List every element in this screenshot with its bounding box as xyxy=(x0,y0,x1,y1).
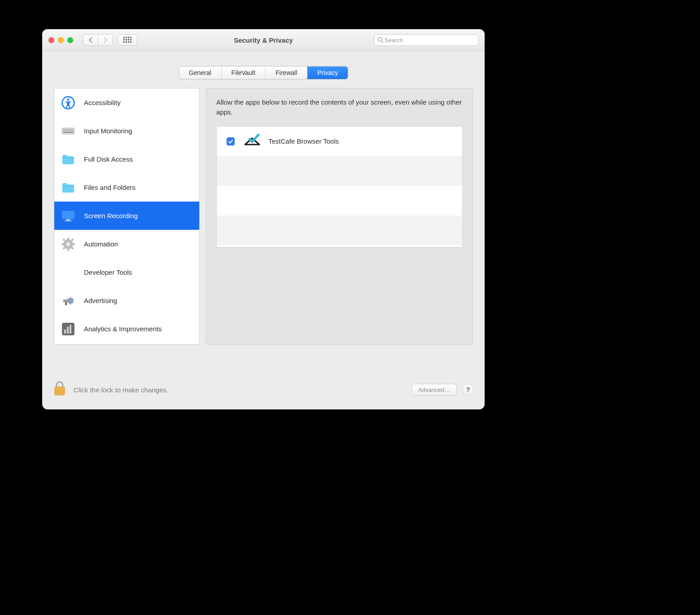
svg-rect-32 xyxy=(61,243,64,245)
folder-icon xyxy=(59,178,78,197)
sidebar-item-label: Files and Folders xyxy=(84,184,136,191)
svg-rect-4 xyxy=(123,39,125,40)
app-row-empty xyxy=(217,186,462,215)
sidebar-item-accessibility[interactable]: Accessibility xyxy=(54,88,199,117)
close-window-button[interactable] xyxy=(48,37,54,43)
sidebar-item-screen-recording[interactable]: Screen Recording xyxy=(54,202,199,230)
svg-rect-33 xyxy=(72,243,75,245)
sidebar-item-input-monitoring[interactable]: Input Monitoring xyxy=(54,117,199,145)
sidebar-item-label: Screen Recording xyxy=(84,212,138,220)
grid-icon xyxy=(123,37,131,43)
svg-rect-19 xyxy=(66,129,67,131)
app-row-empty xyxy=(217,215,462,245)
svg-rect-18 xyxy=(63,129,65,131)
svg-rect-7 xyxy=(130,39,131,40)
footer: Click the lock to make changes. Advanced… xyxy=(42,370,485,409)
tab-firewall[interactable]: Firewall xyxy=(266,66,307,79)
tab-label: Firewall xyxy=(276,69,297,76)
help-button-label: ? xyxy=(466,386,470,393)
app-row[interactable]: TestCafe Browser Tools xyxy=(217,127,462,156)
tab-label: Privacy xyxy=(317,69,338,76)
tab-general[interactable]: General xyxy=(179,66,222,79)
tab-label: FileVault xyxy=(232,69,255,76)
keyboard-icon xyxy=(59,122,78,141)
svg-rect-41 xyxy=(64,329,66,334)
back-button[interactable] xyxy=(83,34,98,46)
svg-line-13 xyxy=(382,41,384,43)
svg-rect-27 xyxy=(65,220,72,221)
minimize-window-button[interactable] xyxy=(58,37,64,43)
main-panel: Accessibility Input Monitoring Full Disk… xyxy=(54,88,473,345)
tab-bar: General FileVault Firewall Privacy xyxy=(179,66,348,79)
help-button[interactable]: ? xyxy=(462,384,474,395)
svg-rect-39 xyxy=(65,302,67,305)
svg-rect-26 xyxy=(66,219,70,220)
sidebar-item-full-disk-access[interactable]: Full Disk Access xyxy=(54,145,199,173)
svg-rect-1 xyxy=(126,37,127,38)
svg-rect-25 xyxy=(62,211,74,219)
svg-rect-8 xyxy=(123,41,125,43)
display-icon xyxy=(59,206,78,225)
tab-filevault[interactable]: FileVault xyxy=(222,66,266,79)
sidebar-item-automation[interactable]: Automation xyxy=(54,230,199,258)
gear-icon xyxy=(59,235,78,254)
search-input[interactable] xyxy=(384,36,475,44)
svg-rect-20 xyxy=(68,129,69,131)
bar-chart-icon xyxy=(59,320,78,338)
search-icon xyxy=(377,37,384,43)
sidebar-item-files-and-folders[interactable]: Files and Folders xyxy=(54,173,199,202)
svg-rect-30 xyxy=(67,237,69,240)
sidebar-item-developer-tools[interactable]: Developer Tools xyxy=(54,258,199,286)
sidebar-item-label: Automation xyxy=(84,240,118,248)
testcafe-icon xyxy=(243,134,261,149)
svg-rect-22 xyxy=(72,129,73,131)
lock-area[interactable]: Click the lock to make changes. xyxy=(53,381,168,399)
svg-rect-17 xyxy=(62,128,74,134)
nav-buttons xyxy=(83,34,113,46)
app-enabled-checkbox[interactable] xyxy=(227,137,235,145)
megaphone-icon xyxy=(59,291,78,310)
tab-privacy[interactable]: Privacy xyxy=(307,66,348,79)
svg-rect-5 xyxy=(126,39,127,40)
svg-rect-11 xyxy=(130,41,131,43)
privacy-category-list[interactable]: Accessibility Input Monitoring Full Disk… xyxy=(54,88,200,345)
titlebar: Security & Privacy xyxy=(42,29,485,51)
sidebar-item-label: Input Monitoring xyxy=(84,127,132,135)
sidebar-item-advertising[interactable]: Advertising xyxy=(54,286,199,315)
sidebar-item-label: Developer Tools xyxy=(84,268,132,276)
sidebar-item-label: Advertising xyxy=(84,297,117,304)
preferences-window: Security & Privacy General FileVault Fir… xyxy=(42,29,485,409)
chevron-left-icon xyxy=(88,37,93,43)
svg-rect-43 xyxy=(70,325,71,334)
sidebar-item-label: Accessibility xyxy=(84,99,121,106)
advanced-button[interactable]: Advanced… xyxy=(411,384,457,395)
lock-icon xyxy=(53,381,66,399)
svg-rect-2 xyxy=(128,37,129,38)
folder-icon xyxy=(59,150,78,169)
svg-rect-42 xyxy=(67,327,69,334)
lock-text: Click the lock to make changes. xyxy=(74,386,168,394)
svg-rect-0 xyxy=(123,37,125,38)
sidebar-item-analytics[interactable]: Analytics & Improvements xyxy=(54,315,199,343)
sidebar-item-label: Full Disk Access xyxy=(84,155,133,163)
allowed-apps-list: TestCafe Browser Tools xyxy=(216,126,463,247)
forward-button[interactable] xyxy=(98,34,113,46)
app-label: TestCafe Browser Tools xyxy=(268,137,339,145)
svg-rect-9 xyxy=(126,41,127,43)
search-field-wrap[interactable] xyxy=(374,34,478,46)
svg-point-38 xyxy=(71,298,74,303)
tabs-row: General FileVault Firewall Privacy xyxy=(42,66,485,79)
svg-point-12 xyxy=(378,38,382,42)
show-all-button[interactable] xyxy=(118,34,137,46)
pane-description: Allow the apps below to record the conte… xyxy=(216,97,463,117)
sidebar-item-label: Analytics & Improvements xyxy=(84,325,162,333)
accessibility-icon xyxy=(59,93,78,112)
zoom-window-button[interactable] xyxy=(67,37,73,43)
window-controls xyxy=(48,37,73,43)
privacy-detail-pane: Allow the apps below to record the conte… xyxy=(206,88,473,345)
svg-rect-6 xyxy=(128,39,129,40)
svg-point-16 xyxy=(67,98,69,101)
blank-icon xyxy=(59,263,78,282)
svg-rect-23 xyxy=(63,132,73,133)
chevron-right-icon xyxy=(103,37,108,43)
